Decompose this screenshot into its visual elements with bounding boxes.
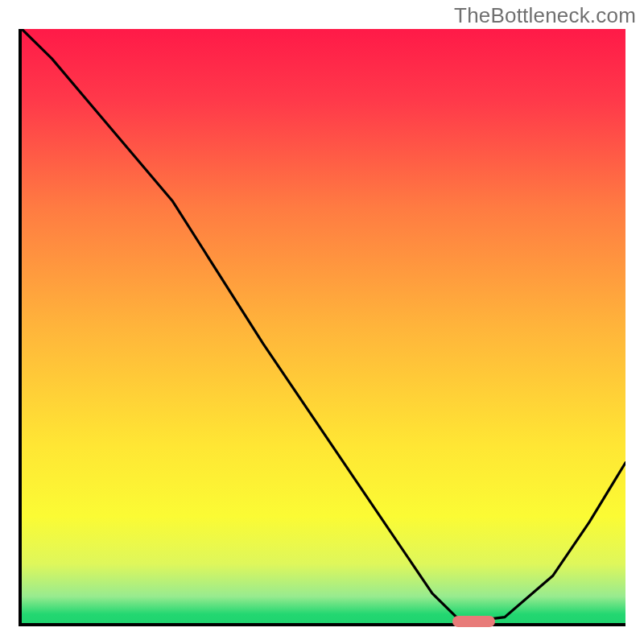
watermark-text: TheBottleneck.com xyxy=(454,3,636,28)
optimal-marker xyxy=(452,616,495,627)
bottleneck-curve xyxy=(22,29,625,623)
chart-container: TheBottleneck.com xyxy=(0,0,644,644)
plot-area xyxy=(19,29,625,626)
